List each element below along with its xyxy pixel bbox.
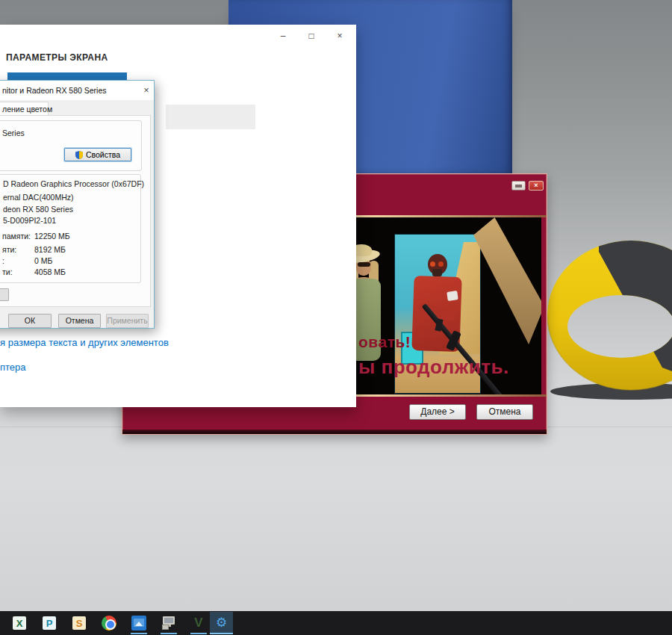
memory-row-shared: ти: 4058 МБ bbox=[2, 267, 137, 276]
running-indicator-gta-v bbox=[190, 633, 207, 634]
dialog-title: nitor и Radeon RX 580 Series bbox=[2, 86, 107, 95]
tab-label: ление цветом bbox=[2, 105, 52, 114]
running-indicator-installer bbox=[161, 633, 177, 634]
wallpaper-yellow-ring bbox=[543, 233, 672, 405]
link-text-size-settings[interactable]: я размера текста и других элементов bbox=[0, 337, 169, 348]
ok-button[interactable]: ОК bbox=[8, 314, 52, 328]
installer-next-button[interactable]: Далее > bbox=[409, 404, 466, 420]
installer-close-button[interactable]: × bbox=[529, 181, 544, 190]
running-indicator-settings bbox=[210, 633, 233, 634]
adapter-string-value: deon RX 580 Series bbox=[3, 205, 73, 214]
page-title: ПАРАМЕТРЫ ЭКРАНА bbox=[6, 52, 108, 63]
link-display-adapter-properties[interactable]: птера bbox=[0, 362, 26, 373]
taskbar-icon-photos[interactable] bbox=[131, 616, 146, 631]
taskbar-icon-publisher[interactable]: P bbox=[42, 616, 57, 631]
cancel-button[interactable]: Отмена bbox=[58, 314, 101, 328]
chip-type-value: D Radeon Graphics Processor (0x67DF) bbox=[3, 179, 144, 188]
installer-continue-text: ы продолжить. bbox=[358, 356, 509, 379]
installer-minimize-button[interactable] bbox=[511, 181, 526, 190]
taskbar-icon-s-app[interactable]: S bbox=[72, 616, 87, 631]
dac-type-value: ernal DAC(400MHz) bbox=[3, 193, 74, 202]
dialog-close-button[interactable]: × bbox=[141, 84, 152, 96]
adapter-properties-button[interactable]: Свойства bbox=[64, 148, 131, 161]
monitor-icon bbox=[163, 616, 175, 625]
adapter-properties-dialog: nitor и Radeon RX 580 Series × ление цве… bbox=[0, 80, 155, 329]
taskbar-icon-chrome[interactable] bbox=[102, 616, 116, 631]
memory-row-system-video: : 0 МБ bbox=[2, 256, 137, 265]
installer-cancel-button[interactable]: Отмена bbox=[476, 404, 533, 420]
installer-welcome-text: овать! bbox=[358, 333, 411, 351]
apply-button[interactable]: Применить bbox=[106, 314, 149, 328]
taskbar-icon-excel[interactable]: X bbox=[12, 616, 27, 631]
settings-close-button[interactable]: × bbox=[332, 30, 348, 43]
installer-bottom-strip bbox=[122, 430, 547, 434]
taskbar: X P S V ⚙ bbox=[0, 611, 672, 635]
taskbar-icon-gta-v[interactable]: V bbox=[191, 616, 206, 631]
settings-maximize-button[interactable]: □ bbox=[303, 30, 320, 43]
running-indicator-photos bbox=[131, 633, 147, 634]
artwork-v-logo-wedge bbox=[473, 217, 541, 344]
taskbar-icon-settings-active[interactable]: ⚙ bbox=[210, 612, 233, 634]
desktop: × bbox=[0, 0, 672, 635]
settings-panel-box bbox=[166, 105, 255, 129]
partial-button-fragment[interactable] bbox=[0, 288, 9, 301]
memory-row-dedicated: яти: 8192 МБ bbox=[2, 245, 137, 254]
bios-info-value: 5-D009PI2-101 bbox=[3, 216, 56, 225]
taskbar-icon-installer[interactable] bbox=[161, 616, 176, 631]
adapter-properties-button-label: Свойства bbox=[86, 150, 120, 159]
settings-minimize-button[interactable]: – bbox=[275, 30, 291, 43]
uac-shield-icon bbox=[75, 151, 83, 159]
gear-icon: ⚙ bbox=[216, 616, 227, 630]
sunglasses bbox=[358, 262, 370, 267]
adapter-name-text: Series bbox=[2, 128, 25, 137]
memory-row-total: памяти: 12250 МБ bbox=[2, 232, 137, 241]
